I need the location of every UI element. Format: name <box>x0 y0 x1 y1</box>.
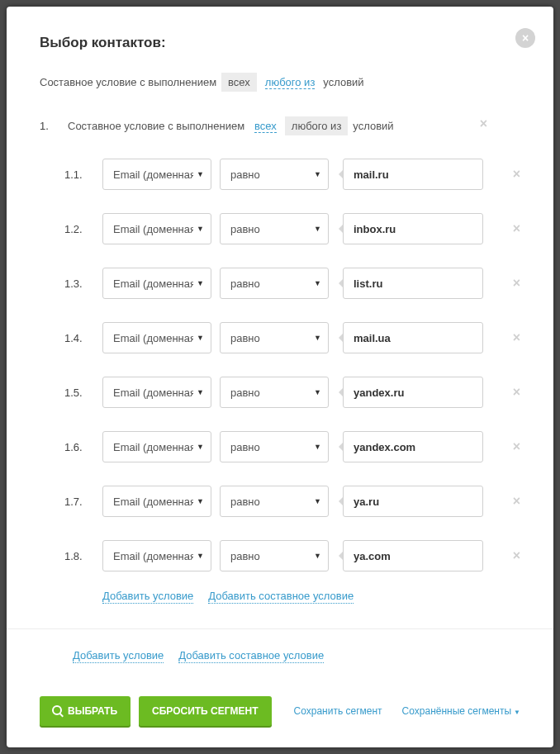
condition-row: 1.5. Email (доменная ▼ равно ▼ × <box>40 377 520 408</box>
add-condition-link[interactable]: Добавить условие <box>102 590 193 604</box>
chevron-down-icon: ▼ <box>197 334 204 342</box>
remove-row-icon[interactable]: × <box>505 330 520 345</box>
field-select-value: Email (доменная <box>113 168 193 181</box>
value-input[interactable] <box>343 159 483 190</box>
chevron-down-icon: ▼ <box>197 170 204 178</box>
operator-select[interactable]: равно ▼ <box>220 213 329 244</box>
field-select[interactable]: Email (доменная ▼ <box>102 486 211 517</box>
row-number: 1.1. <box>64 168 102 181</box>
remove-group-icon[interactable]: × <box>480 116 487 131</box>
field-select[interactable]: Email (доменная ▼ <box>102 268 211 299</box>
chevron-down-icon: ▼ <box>197 388 204 396</box>
save-segment-link[interactable]: Сохранить сегмент <box>294 705 382 717</box>
operator-select[interactable]: равно ▼ <box>220 377 329 408</box>
field-select-value: Email (доменная <box>113 332 193 344</box>
remove-row-icon[interactable]: × <box>505 221 520 236</box>
row-number: 1.4. <box>64 332 102 344</box>
group-number: 1. <box>40 120 63 132</box>
field-select-value: Email (доменная <box>113 386 193 399</box>
row-number: 1.7. <box>64 496 102 508</box>
value-input[interactable] <box>343 377 483 408</box>
field-select[interactable]: Email (доменная ▼ <box>102 377 211 408</box>
remove-row-icon[interactable]: × <box>505 385 520 400</box>
reset-segment-button[interactable]: СБРОСИТЬ СЕГМЕНТ <box>139 696 272 726</box>
condition-row: 1.3. Email (доменная ▼ равно ▼ × <box>40 268 520 299</box>
top-condition-suffix: условий <box>323 76 363 88</box>
chevron-down-icon: ▼ <box>314 225 321 233</box>
row-number: 1.3. <box>64 277 102 290</box>
condition-row: 1.6. Email (доменная ▼ равно ▼ × <box>40 431 520 462</box>
search-icon <box>53 706 63 716</box>
select-button-label: ВЫБРАТЬ <box>68 705 117 717</box>
add-compound-condition-link-outer[interactable]: Добавить составное условие <box>178 649 324 663</box>
chevron-down-icon: ▼ <box>314 170 321 178</box>
operator-select-value: равно <box>230 168 311 181</box>
close-icon[interactable]: × <box>515 28 535 48</box>
top-condition-selector: Составное условие с выполнением всех люб… <box>40 73 520 92</box>
value-input[interactable] <box>343 322 483 353</box>
chevron-down-icon: ▼ <box>314 334 321 342</box>
remove-row-icon[interactable]: × <box>505 548 520 563</box>
condition-row: 1.7. Email (доменная ▼ равно ▼ × <box>40 486 520 517</box>
operator-select-value: равно <box>230 496 311 508</box>
reset-button-label: СБРОСИТЬ СЕГМЕНТ <box>152 705 259 717</box>
field-select[interactable]: Email (доменная ▼ <box>102 159 211 190</box>
value-input[interactable] <box>343 268 483 299</box>
field-select[interactable]: Email (доменная ▼ <box>102 540 211 571</box>
field-select-value: Email (доменная <box>113 277 193 290</box>
field-select-value: Email (доменная <box>113 550 193 562</box>
operator-select[interactable]: равно ▼ <box>220 486 329 517</box>
operator-select[interactable]: равно ▼ <box>220 322 329 353</box>
condition-row: 1.8. Email (доменная ▼ равно ▼ × <box>40 540 520 571</box>
value-input[interactable] <box>343 486 483 517</box>
group-add-links: Добавить условие Добавить составное усло… <box>40 590 520 604</box>
operator-select-value: равно <box>230 441 311 453</box>
operator-select[interactable]: равно ▼ <box>220 268 329 299</box>
modal-footer: ВЫБРАТЬ СБРОСИТЬ СЕГМЕНТ Сохранить сегме… <box>40 696 520 726</box>
field-select[interactable]: Email (доменная ▼ <box>102 431 211 462</box>
field-select-value: Email (доменная <box>113 496 193 508</box>
operator-select[interactable]: равно ▼ <box>220 431 329 462</box>
chevron-down-icon: ▼ <box>314 552 321 560</box>
top-condition-all[interactable]: всех <box>221 73 257 92</box>
operator-select-value: равно <box>230 277 311 290</box>
field-select[interactable]: Email (доменная ▼ <box>102 322 211 353</box>
chevron-down-icon: ▼ <box>314 279 321 287</box>
chevron-down-icon: ▼ <box>197 225 204 233</box>
field-select[interactable]: Email (доменная ▼ <box>102 213 211 244</box>
field-select-value: Email (доменная <box>113 223 193 235</box>
chevron-down-icon: ▼ <box>314 497 321 505</box>
value-input[interactable] <box>343 213 483 244</box>
row-number: 1.8. <box>64 550 102 562</box>
add-condition-link-outer[interactable]: Добавить условие <box>73 649 164 663</box>
divider <box>7 628 553 629</box>
outer-add-links: Добавить условие Добавить составное усло… <box>40 649 520 663</box>
row-number: 1.6. <box>64 441 102 453</box>
condition-row: 1.2. Email (доменная ▼ равно ▼ × <box>40 213 520 244</box>
select-button[interactable]: ВЫБРАТЬ <box>40 696 131 726</box>
saved-segments-dropdown[interactable]: Сохранённые сегменты <box>402 705 520 717</box>
operator-select-value: равно <box>230 386 311 399</box>
group-condition-any[interactable]: любого из <box>285 116 349 135</box>
row-number: 1.2. <box>64 223 102 235</box>
chevron-down-icon: ▼ <box>197 497 204 505</box>
remove-row-icon[interactable]: × <box>505 276 520 291</box>
operator-select[interactable]: равно ▼ <box>220 159 329 190</box>
footer-links: Сохранить сегмент Сохранённые сегменты <box>294 705 520 717</box>
operator-select-value: равно <box>230 223 311 235</box>
remove-row-icon[interactable]: × <box>505 167 520 182</box>
group-condition-all[interactable]: всех <box>254 120 277 133</box>
row-number: 1.5. <box>64 386 102 399</box>
remove-row-icon[interactable]: × <box>505 494 520 509</box>
value-input[interactable] <box>343 540 483 571</box>
contact-selection-modal: × Выбор контактов: Составное условие с в… <box>7 7 553 747</box>
chevron-down-icon: ▼ <box>197 443 204 451</box>
top-condition-any[interactable]: любого из <box>265 76 316 89</box>
operator-select[interactable]: равно ▼ <box>220 540 329 571</box>
add-compound-condition-link[interactable]: Добавить составное условие <box>208 590 354 604</box>
condition-group-header: 1. Составное условие с выполнением всех … <box>40 116 520 135</box>
remove-row-icon[interactable]: × <box>505 439 520 454</box>
value-input[interactable] <box>343 431 483 462</box>
operator-select-value: равно <box>230 550 311 562</box>
chevron-down-icon: ▼ <box>197 279 204 287</box>
